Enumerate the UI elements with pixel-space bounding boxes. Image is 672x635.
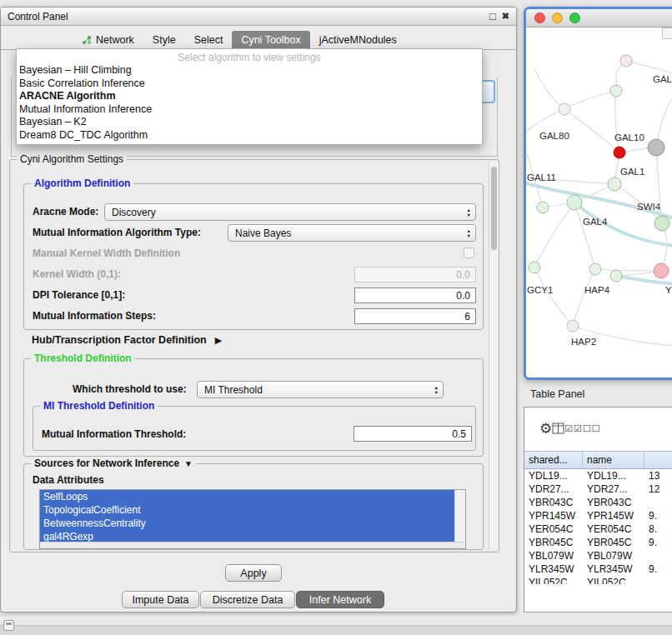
mi-steps-input[interactable]: 6 — [354, 308, 476, 324]
bottom-tab-label: Discretize Data — [213, 594, 283, 606]
algorithm-combo-fragment[interactable] — [483, 80, 495, 103]
algorithm-option-dream8[interactable]: Dream8 DC_TDC Algorithm — [17, 129, 482, 142]
control-panel-titlebar[interactable]: Control Panel □ ✖ — [1, 8, 516, 26]
kernel-width-input[interactable]: 0.0 — [354, 267, 476, 282]
attributes-list-vscrollbar[interactable] — [454, 490, 465, 542]
close-panel-icon[interactable]: ✖ — [502, 11, 509, 22]
node-pink-right[interactable] — [654, 263, 669, 278]
sources-section-toggle[interactable]: Sources for Network Inference ▼ — [31, 458, 196, 469]
table-row[interactable]: YIL052CYIL052C — [524, 576, 672, 584]
aracne-mode-value: Discovery — [112, 207, 156, 218]
hub-section-toggle[interactable]: Hub/Transcription Factor Definition ▶ — [32, 334, 222, 346]
cell: YER054C — [583, 522, 644, 536]
table-row[interactable]: YBL079WYBL079W — [524, 549, 672, 562]
status-bar — [0, 625, 672, 635]
node-green-mid[interactable] — [610, 270, 622, 282]
close-traffic-light[interactable] — [534, 12, 545, 23]
threshold-definition-title: Threshold Definition — [31, 352, 135, 364]
attribute-item-topologicalcoefficient[interactable]: TopologicalCoefficient — [40, 503, 454, 517]
apply-button[interactable]: Apply — [225, 564, 282, 582]
column-header-shared[interactable]: shared... — [524, 451, 583, 469]
bottom-tab-impute-data[interactable]: Impute Data — [122, 591, 199, 608]
node-swi4[interactable] — [654, 216, 669, 231]
node-green-upper[interactable] — [610, 85, 622, 97]
node-gal1[interactable] — [608, 178, 621, 191]
network-canvas[interactable]: GAL GAL80 GAL10 GAL11 GAL1 SWI4 GAL4 GCY… — [526, 28, 672, 378]
table-row[interactable]: YLR345WYLR345W9. — [524, 562, 672, 576]
node-label-gal: GAL — [653, 74, 672, 84]
table-header-row: shared... name — [524, 451, 672, 469]
bottom-tab-discretize-data[interactable]: Discretize Data — [200, 591, 295, 608]
which-threshold-combo[interactable]: MI Threshold ▲▼ — [197, 381, 444, 398]
column-header-name[interactable]: name — [583, 451, 644, 469]
tab-label: jActiveMNodules — [319, 34, 397, 46]
aracne-mode-combo[interactable]: Discovery ▲▼ — [104, 203, 476, 221]
algorithm-option-mutual-information[interactable]: Mutual Information Inference — [17, 103, 482, 117]
table-body: YDL19...YDL19...13 YDR27...YDR27...12 YB… — [524, 469, 672, 584]
node-gal80[interactable] — [559, 103, 570, 115]
dpi-tolerance-input[interactable]: 0.0 — [354, 288, 476, 303]
node-gal10-red[interactable] — [614, 147, 625, 158]
zoom-traffic-light[interactable] — [569, 12, 580, 23]
tab-style[interactable]: Style — [143, 31, 185, 49]
node-label-y: Y — [665, 285, 672, 295]
network-window-titlebar[interactable] — [526, 9, 672, 28]
algorithm-option-bayesian-k2[interactable]: Bayesian – K2 — [17, 116, 482, 129]
node-hap2[interactable] — [567, 320, 579, 332]
hidden-groupbox-left-border — [11, 78, 12, 156]
node-label-gcy1: GCY1 — [527, 285, 553, 295]
sources-expanded-arrow-icon: ▼ — [184, 459, 193, 468]
settings-scrollbar-thumb[interactable] — [491, 167, 497, 250]
node-gal4[interactable] — [567, 195, 582, 210]
mi-algorithm-type-combo[interactable]: Naive Bayes ▲▼ — [228, 224, 476, 242]
combo-down-icon: ▼ — [434, 390, 439, 395]
algorithm-option-aracne[interactable]: ARACNE Algorithm — [17, 90, 482, 103]
tab-cyni-toolbox[interactable]: Cyni Toolbox — [232, 31, 309, 49]
algorithm-option-bayesian-hill-climbing[interactable]: Bayesian – Hill Climbing — [17, 64, 482, 78]
cell: YDL19... — [524, 469, 583, 482]
settings-scrollbar[interactable] — [489, 162, 499, 550]
unchecked-rows-icon[interactable]: ☐☐ — [583, 423, 601, 434]
manual-kernel-width-checkbox[interactable] — [464, 248, 474, 258]
minimized-panel-icon[interactable] — [3, 620, 14, 631]
attribute-item-selfloops[interactable]: SelfLoops — [40, 490, 454, 503]
table-row[interactable]: YBR043CYBR043C — [524, 496, 672, 509]
table-panel-title: Table Panel — [530, 388, 584, 400]
mi-threshold-input[interactable]: 0.5 — [354, 426, 472, 442]
cell: YLR345W — [583, 562, 644, 576]
which-threshold-label: Which threshold to use: — [73, 383, 187, 395]
control-panel-title: Control Panel — [8, 11, 68, 22]
minimize-traffic-light[interactable] — [552, 12, 563, 23]
cell — [644, 576, 672, 584]
gear-icon[interactable]: ⚙ — [539, 420, 552, 438]
columns-icon[interactable] — [552, 422, 564, 434]
cell: YIL052C — [583, 576, 644, 584]
cell: 8. — [644, 522, 672, 536]
node-label-gal4: GAL4 — [583, 217, 608, 227]
table-row[interactable]: YDR27...YDR27...12 — [524, 482, 672, 496]
node-pink-top[interactable] — [620, 55, 632, 67]
node-gray[interactable] — [648, 139, 664, 156]
combo-down-icon: ▼ — [467, 212, 471, 218]
table-row[interactable]: YPR145WYPR145W9. — [524, 509, 672, 522]
tab-select[interactable]: Select — [185, 31, 233, 49]
checked-rows-icon[interactable]: ☑☑ — [564, 423, 583, 434]
cell: YPR145W — [524, 509, 583, 522]
table-row[interactable]: YDL19...YDL19...13 — [524, 469, 672, 482]
node-gcy1[interactable] — [529, 262, 540, 273]
cell: YBR045C — [524, 536, 583, 549]
table-row[interactable]: YER054CYER054C8. — [524, 522, 672, 536]
algorithm-option-basic-correlation[interactable]: Basic Correlation Inference — [17, 78, 482, 91]
table-row[interactable]: YBR045CYBR045C9. — [524, 536, 672, 549]
tab-jactivemnodules[interactable]: jActiveMNodules — [310, 31, 406, 49]
node-label-gal10: GAL10 — [614, 132, 644, 142]
float-window-icon[interactable]: □ — [489, 10, 496, 22]
mi-steps-value: 6 — [464, 311, 470, 322]
column-header-extra[interactable] — [644, 451, 672, 469]
attributes-list-hscrollbar[interactable] — [40, 542, 465, 548]
bottom-tab-infer-network[interactable]: Infer Network — [296, 591, 384, 608]
node-hap4[interactable] — [589, 263, 601, 275]
node-gal11[interactable] — [537, 202, 549, 213]
tab-network[interactable]: Network — [73, 31, 143, 49]
attribute-item-betweennesscentrality[interactable]: BetweennessCentrality — [40, 517, 454, 530]
